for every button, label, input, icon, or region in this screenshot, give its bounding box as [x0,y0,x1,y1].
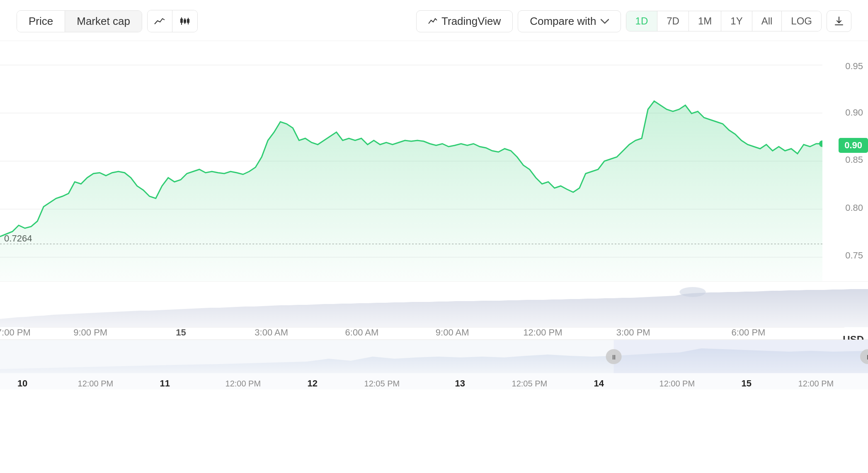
mini-x-label-12: 12 [308,378,318,389]
y-label-080: 0.80 [845,203,863,213]
x-label-300pm: 3:00 PM [616,327,650,338]
mini-x-label-15: 15 [742,378,752,389]
period-1y[interactable]: 1Y [721,11,752,31]
y-label-090: 0.90 [845,107,863,118]
compare-with-label: Compare with [530,15,596,28]
svg-text:⏸: ⏸ [611,353,617,360]
market-cap-button[interactable]: Market cap [65,11,142,32]
chart-wrapper: 0.7264 0.95 0.90 0.85 0.80 0.75 [0,41,868,281]
mini-x-label-1205pm-1: 12:05 PM [364,379,400,389]
line-chart-icon[interactable] [148,10,172,32]
period-log[interactable]: LOG [782,11,821,31]
svg-point-16 [679,287,706,297]
y-label-085: 0.85 [845,154,863,165]
x-label-15: 15 [176,327,186,338]
mini-x-label-1200pm-3: 12:00 PM [659,379,695,389]
period-1d[interactable]: 1D [626,11,658,31]
mini-x-label-10: 10 [17,378,27,389]
tradingview-label: TradingView [441,15,501,28]
volume-chart-area: 7:00 PM 9:00 PM 15 3:00 AM 6:00 AM 9:00 … [0,281,868,339]
x-label-600am: 6:00 AM [345,327,379,338]
y-axis: 0.95 0.90 0.85 0.80 0.75 0.90 [822,41,868,281]
svg-text:⏸: ⏸ [865,353,868,360]
period-1m[interactable]: 1M [689,11,721,31]
period-all[interactable]: All [752,11,782,31]
svg-rect-5 [187,19,189,22]
x-label-600pm: 6:00 PM [731,327,765,338]
download-button[interactable] [827,10,851,32]
mini-x-label-11: 11 [160,378,170,389]
price-button[interactable]: Price [17,11,65,32]
mini-x-label-1200pm-4: 12:00 PM [798,379,834,389]
mini-x-axis: 10 12:00 PM 11 12:00 PM 12 12:05 PM 13 1… [0,373,868,394]
period-7d[interactable]: 7D [657,11,689,31]
price-chart: 0.7264 [0,41,822,281]
main-chart-area: 0.7264 0.95 0.90 0.85 0.80 0.75 [0,41,868,340]
toolbar: Price Market cap [0,10,868,32]
x-label-900pm: 9:00 PM [73,327,107,338]
mini-x-label-13: 13 [455,378,465,389]
mini-x-label-1200pm-2: 12:00 PM [225,379,261,389]
y-label-075: 0.75 [845,250,863,261]
svg-rect-19 [614,340,868,373]
x-label-1200pm: 12:00 PM [523,327,562,338]
chart-type-toggle [147,10,198,32]
compare-with-button[interactable]: Compare with [518,10,621,32]
chart-container: Price Market cap [0,0,868,389]
mini-x-label-1200pm-1: 12:00 PM [78,379,114,389]
x-label-700pm: 7:00 PM [0,327,31,338]
mini-chart: ⏸ ⏸ 10 12:00 PM 11 12:00 PM 12 12:05 PM … [0,340,868,389]
svg-rect-1 [181,19,182,22]
mini-x-label-14: 14 [594,378,604,389]
price-marketcap-toggle: Price Market cap [17,10,142,32]
candle-chart-icon[interactable] [172,10,197,32]
y-label-095: 0.95 [845,61,863,72]
mini-x-label-1205pm-2: 12:05 PM [512,379,548,389]
x-label-300am: 3:00 AM [255,327,288,338]
time-period-group: 1D 7D 1M 1Y All LOG [626,11,822,31]
x-label-900am: 9:00 AM [436,327,469,338]
tradingview-button[interactable]: TradingView [416,10,513,32]
current-price-badge: 0.90 [839,138,868,153]
